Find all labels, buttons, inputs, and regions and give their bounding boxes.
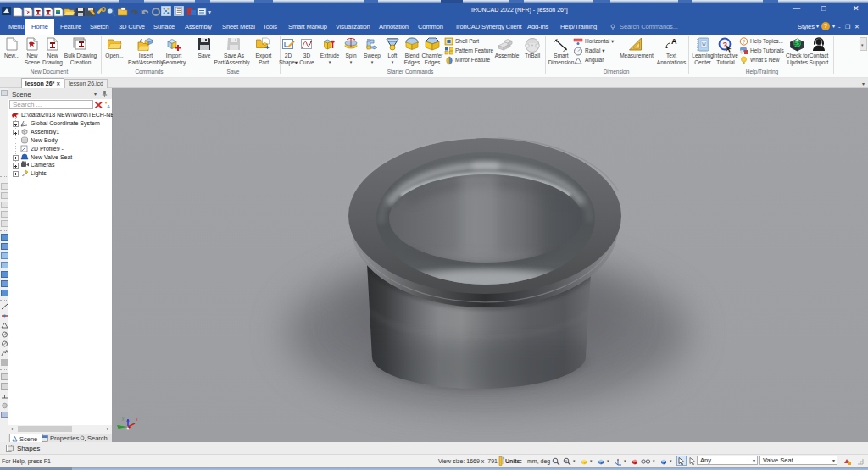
svg-text:A: A (107, 104, 110, 109)
svg-text:W: W (702, 41, 706, 47)
svg-text:A: A (671, 37, 677, 46)
svg-text:?: ? (743, 39, 746, 45)
